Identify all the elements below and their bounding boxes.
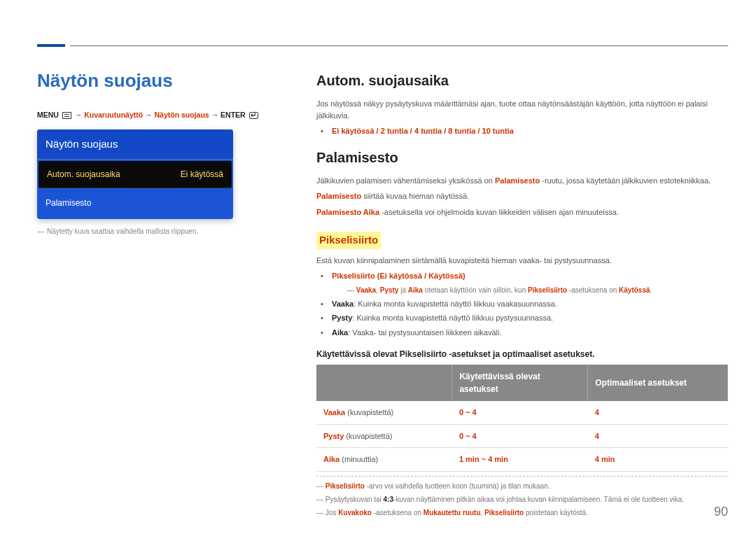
row-label: Aika bbox=[323, 455, 340, 463]
osd-row-value: Ei käytössä bbox=[181, 168, 223, 181]
autom-options-text: Ei käytössä / 2 tuntia / 4 tuntia / 8 tu… bbox=[332, 127, 514, 135]
autom-options: Ei käytössä / 2 tuntia / 4 tuntia / 8 tu… bbox=[326, 125, 728, 137]
row-opt: 4 bbox=[595, 432, 599, 440]
term-aika: Aika bbox=[332, 328, 348, 337]
text: -arvo voi vaihdella tuotteen koon (tuumi… bbox=[367, 482, 550, 490]
col-optimal: Optimaaliset asetukset bbox=[588, 365, 728, 401]
text: -ruutu, jossa käytetään jälkikuvien esto… bbox=[540, 176, 710, 185]
scope-indicator bbox=[37, 44, 65, 47]
row-avail: 0 ~ 4 bbox=[459, 408, 477, 416]
text: . bbox=[650, 286, 652, 294]
menu-icon bbox=[62, 112, 71, 119]
settings-table: Käytettävissä olevat asetukset Optimaali… bbox=[316, 365, 728, 472]
table-row: Pysty (kuvapistettä) 0 ~ 4 4 bbox=[316, 424, 728, 448]
term-kaytossa: Käytössä bbox=[619, 286, 650, 294]
bullet-aika: Aika: Vaaka- tai pystysuuntaisen liikkee… bbox=[326, 327, 728, 339]
heading-pikselisiirto: Pikselisiirto bbox=[316, 232, 381, 249]
term-palamisesto: Palamisesto bbox=[495, 176, 540, 185]
pikselisiirto-options: Pikselisiirto (Ei käytössä / Käytössä) ―… bbox=[326, 270, 728, 295]
term-pikselisiirto: Pikselisiirto bbox=[528, 286, 567, 294]
palamisesto-p3: Palamisesto Aika -asetuksella voi ohjelm… bbox=[316, 206, 728, 218]
heading-palamisesto: Palamisesto bbox=[316, 147, 728, 168]
text: ja bbox=[398, 286, 407, 294]
text: Jälkikuvien palamisen vähentämiseksi yks… bbox=[316, 176, 495, 185]
footnote-2: ― Pysäytyskuvan tai 4:3-kuvan näyttämine… bbox=[316, 493, 728, 505]
breadcrumb-step-1: Kuvaruutunäyttö bbox=[84, 111, 143, 119]
col-blank bbox=[316, 365, 452, 401]
pikselisiirto-option-text: Pikselisiirto (Ei käytössä / Käytössä) bbox=[332, 272, 465, 280]
table-row: Aika (minuuttia) 1 min ~ 4 min 4 min bbox=[316, 448, 728, 472]
panel-caption-text: Näytetty kuva saattaa vaihdella mallista… bbox=[47, 227, 198, 235]
col-available: Käytettävissä olevat asetukset bbox=[452, 365, 588, 401]
text: : Kuinka monta kuvapistettä näyttö liikk… bbox=[354, 300, 556, 308]
term-pysty: Pysty bbox=[380, 286, 399, 294]
text: : Kuinka monta kuvapistettä näyttö liikk… bbox=[352, 314, 553, 322]
row-unit: (kuvapistettä) bbox=[344, 432, 392, 440]
row-avail: 1 min ~ 4 min bbox=[459, 455, 508, 463]
osd-row-palamisesto[interactable]: Palamisesto bbox=[37, 190, 233, 219]
osd-panel: Näytön suojaus Autom. suojausaika Ei käy… bbox=[37, 129, 233, 220]
term-vaaka: Vaaka bbox=[332, 300, 354, 308]
row-unit: (kuvapistettä) bbox=[345, 408, 393, 416]
autom-intro: Jos näytössä näkyy pysäytyskuva määrittä… bbox=[316, 98, 728, 121]
term-pysty: Pysty bbox=[332, 314, 352, 322]
menu-label: MENU bbox=[37, 111, 59, 119]
term-aika: Aika bbox=[408, 286, 423, 294]
note-enable: ― Vaaka, Pysty ja Aika otetaan käyttöön … bbox=[332, 285, 728, 295]
row-opt: 4 bbox=[595, 408, 599, 416]
palamisesto-p2: Palamisesto siirtää kuvaa hieman näytöss… bbox=[316, 190, 728, 202]
text: -asetuksella voi ohjelmoida kuvan liikke… bbox=[379, 208, 619, 216]
page-number: 90 bbox=[714, 503, 728, 521]
divider-top bbox=[70, 45, 728, 46]
osd-row-label: Autom. suojausaika bbox=[47, 168, 120, 181]
enter-label: ENTER bbox=[220, 111, 246, 119]
left-column: Näytön suojaus MENU → Kuvaruutunäyttö → … bbox=[37, 67, 268, 237]
breadcrumb-step-2: Näytön suojaus bbox=[155, 111, 209, 119]
bullet-vaaka: Vaaka: Kuinka monta kuvapistettä näyttö … bbox=[326, 298, 728, 310]
text: -asetuksena on bbox=[567, 286, 619, 294]
table-caption: Käytettävissä olevat Pikselisiirto -aset… bbox=[316, 348, 728, 360]
footnote-1: ― Pikselisiirto -arvo voi vaihdella tuot… bbox=[316, 476, 728, 491]
osd-panel-title: Näytön suojaus bbox=[37, 129, 233, 160]
breadcrumb: MENU → Kuvaruutunäyttö → Näytön suojaus … bbox=[37, 110, 268, 121]
panel-caption: ―Näytetty kuva saattaa vaihdella mallist… bbox=[37, 226, 268, 237]
footnote-3: ― Jos Kuvakoko -asetuksena on Mukautettu… bbox=[316, 506, 728, 518]
bullet-pysty: Pysty: Kuinka monta kuvapistettä näyttö … bbox=[326, 312, 728, 324]
term-palamisesto-aika: Palamisesto Aika bbox=[316, 208, 379, 216]
text: : Vaaka- tai pystysuuntaisen liikkeen ai… bbox=[348, 328, 501, 337]
pikselisiirto-intro: Estä kuvan kiinnipalaminen siirtämällä k… bbox=[316, 255, 728, 267]
text: siirtää kuvaa hieman näytössä. bbox=[361, 192, 469, 200]
arrow-icon: → bbox=[75, 111, 83, 119]
row-label: Vaaka bbox=[323, 408, 345, 416]
osd-row-autom[interactable]: Autom. suojausaika Ei käytössä bbox=[38, 161, 232, 188]
palamisesto-p1: Jälkikuvien palamisen vähentämiseksi yks… bbox=[316, 175, 728, 187]
row-avail: 0 ~ 4 bbox=[459, 432, 477, 440]
arrow-icon: → bbox=[145, 111, 153, 119]
section-title: Näytön suojaus bbox=[37, 67, 268, 94]
enter-icon bbox=[249, 112, 258, 119]
text: otetaan käyttöön vain silloin, kun bbox=[423, 286, 528, 294]
right-column: Autom. suojausaika Jos näytössä näkyy py… bbox=[316, 70, 728, 518]
table-row: Vaaka (kuvapistettä) 0 ~ 4 4 bbox=[316, 401, 728, 424]
row-unit: (minuuttia) bbox=[340, 455, 378, 463]
arrow-icon: → bbox=[211, 111, 219, 119]
osd-row-label: Palamisesto bbox=[46, 197, 91, 209]
row-opt: 4 min bbox=[595, 455, 615, 463]
heading-autom: Autom. suojausaika bbox=[316, 70, 728, 91]
term-palamisesto: Palamisesto bbox=[316, 192, 361, 200]
term-vaaka: Vaaka bbox=[356, 286, 376, 294]
row-label: Pysty bbox=[323, 432, 344, 440]
